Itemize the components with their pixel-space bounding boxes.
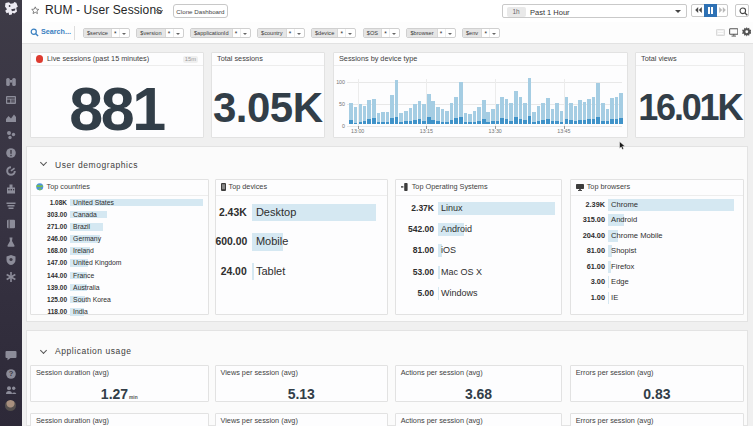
svg-text:?: ? (9, 369, 14, 378)
